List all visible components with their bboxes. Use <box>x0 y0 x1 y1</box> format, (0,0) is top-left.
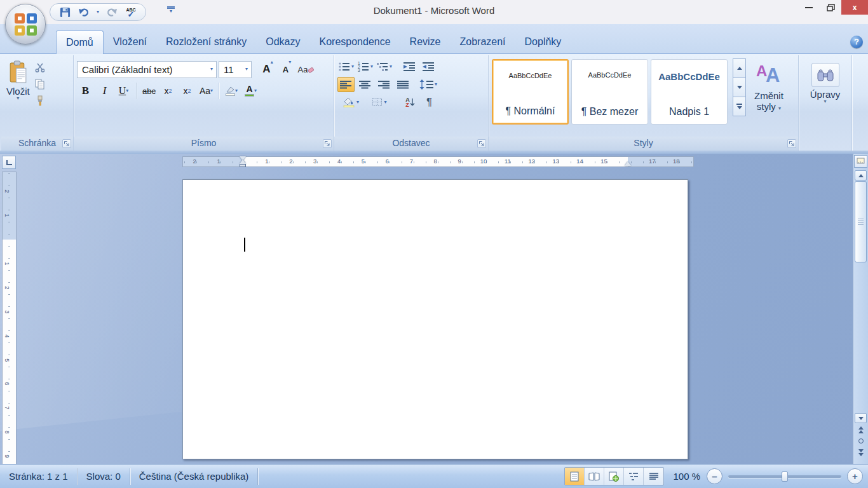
word-count-status[interactable]: Slova: 0 <box>78 468 130 485</box>
tab-revize[interactable]: Revize <box>400 30 451 54</box>
vertical-scrollbar[interactable] <box>853 154 868 464</box>
subscript-button[interactable]: x2 <box>159 82 177 100</box>
document-page[interactable] <box>182 179 688 459</box>
hanging-indent-marker[interactable] <box>240 159 246 164</box>
style-normalni[interactable]: AaBbCcDdEe¶ Normální <box>492 59 569 125</box>
shading-icon <box>342 97 356 107</box>
font-color-button[interactable]: A ▾ <box>242 82 259 100</box>
cut-button[interactable] <box>32 60 48 75</box>
styles-dialog-launcher[interactable] <box>787 139 796 148</box>
style-scroll-down-button[interactable] <box>733 78 746 97</box>
decrease-indent-icon <box>403 62 416 72</box>
style-gallery-more-button[interactable] <box>733 97 746 116</box>
tab-doplnky[interactable]: Doplňky <box>515 30 571 54</box>
minimize-button[interactable] <box>798 0 820 15</box>
save-button[interactable] <box>58 5 72 19</box>
scroll-down-button[interactable] <box>855 413 867 423</box>
font-name-combo[interactable]: Calibri (Základní text) ▾ <box>77 61 217 78</box>
line-spacing-button[interactable]: ▾ <box>419 77 437 92</box>
bullets-button[interactable]: ▾ <box>337 59 355 74</box>
font-size-combo[interactable]: 11 ▾ <box>219 61 252 78</box>
style-gallery: AaBbCcDdEe¶ NormálníAaBbCcDdEe¶ Bez meze… <box>492 59 728 125</box>
zoom-slider[interactable] <box>728 475 841 478</box>
paste-button[interactable]: Vložit ▾ <box>4 58 32 137</box>
full-screen-reading-view-button[interactable] <box>585 468 604 485</box>
clipboard-dialog-launcher[interactable] <box>62 139 71 148</box>
undo-button[interactable] <box>76 5 90 19</box>
sort-button[interactable]: AZ <box>402 95 419 110</box>
change-styles-button[interactable]: AA Změnit styly ▾ <box>752 59 785 113</box>
zoom-level[interactable]: 100 % <box>673 471 700 482</box>
change-case-button[interactable]: Aa ▾ <box>198 82 215 100</box>
style-bez-mezer[interactable]: AaBbCcDdEe¶ Bez mezer <box>571 59 648 125</box>
minus-icon: – <box>712 471 717 481</box>
right-indent-marker[interactable] <box>625 161 631 166</box>
ruler-number: 6 <box>386 158 389 165</box>
justify-icon <box>397 80 409 90</box>
previous-page-button[interactable] <box>855 424 867 435</box>
bold-button[interactable]: B <box>77 82 94 100</box>
strikethrough-button[interactable]: abc <box>140 82 158 100</box>
tab-stop-selector[interactable] <box>2 156 16 169</box>
show-hide-pilcrow-button[interactable]: ¶ <box>421 95 438 110</box>
copy-button[interactable] <box>32 77 48 92</box>
language-status[interactable]: Čeština (Česká republika) <box>130 468 259 485</box>
horizontal-ruler[interactable]: 211234567891011121314151718 <box>182 156 694 167</box>
paragraph-dialog-launcher[interactable] <box>477 139 486 148</box>
qat-customize-button[interactable]: ▾ <box>165 6 177 13</box>
text-highlight-button[interactable]: ▾ <box>223 82 240 100</box>
close-button[interactable]: x <box>841 0 868 15</box>
next-page-button[interactable] <box>855 447 867 458</box>
tab-vlozeni[interactable]: Vložení <box>104 30 156 54</box>
print-layout-view-button[interactable] <box>565 468 585 485</box>
format-painter-button[interactable] <box>32 93 48 108</box>
scroll-up-button[interactable] <box>855 170 867 180</box>
vertical-ruler[interactable]: 21123456789 <box>2 172 17 464</box>
multilevel-list-button[interactable]: ▾ <box>376 59 393 74</box>
outline-view-button[interactable] <box>624 468 644 485</box>
shading-button[interactable]: ▾ <box>337 95 364 110</box>
tab-rozlozeni-stranky[interactable]: Rozložení stránky <box>156 30 256 54</box>
style-scroll-up-button[interactable] <box>733 58 746 78</box>
restore-button[interactable] <box>820 0 841 15</box>
left-indent-marker[interactable] <box>240 164 246 167</box>
zoom-in-button[interactable]: + <box>847 468 863 484</box>
editing-menu-button[interactable]: Úpravy ▾ <box>807 60 844 137</box>
italic-button[interactable]: I <box>96 82 113 100</box>
align-left-button[interactable] <box>337 77 355 92</box>
scrollbar-thumb[interactable] <box>855 181 867 262</box>
tab-zobrazeni[interactable]: Zobrazení <box>450 30 515 54</box>
font-dialog-launcher[interactable] <box>323 139 332 148</box>
style-nadpis-1[interactable]: AaBbCcDdEeNadpis 1 <box>651 59 728 125</box>
zoom-slider-thumb[interactable] <box>782 471 788 482</box>
tab-korespondence[interactable]: Korespondence <box>309 30 400 54</box>
office-button[interactable] <box>5 4 46 44</box>
chevron-down-icon: ▾ <box>126 89 128 93</box>
dialog-launcher-icon <box>64 140 70 147</box>
select-browse-object-button[interactable] <box>855 436 867 446</box>
draft-view-button[interactable] <box>644 468 663 485</box>
page-number-status[interactable]: Stránka: 1 z 1 <box>0 468 78 485</box>
spelling-button[interactable]: ABC✓ <box>124 5 138 19</box>
zoom-out-button[interactable]: – <box>707 468 722 484</box>
justify-button[interactable] <box>395 77 412 92</box>
tab-domu[interactable]: Domů <box>56 30 104 54</box>
underline-button[interactable]: U ▾ <box>115 82 132 100</box>
tab-odkazy[interactable]: Odkazy <box>256 30 309 54</box>
clipboard-group-label: Schránka <box>1 137 73 151</box>
borders-button[interactable]: ▾ <box>366 95 393 110</box>
increase-indent-button[interactable] <box>419 59 437 74</box>
align-right-button[interactable] <box>376 77 393 92</box>
redo-button[interactable] <box>105 5 119 19</box>
ruler-toggle-button[interactable] <box>854 155 867 168</box>
web-layout-view-button[interactable] <box>604 468 624 485</box>
clear-formatting-button[interactable]: Aa <box>297 60 315 78</box>
grow-font-button[interactable]: A▴ <box>259 60 276 78</box>
align-center-button[interactable] <box>356 77 374 92</box>
undo-dropdown[interactable]: ▾ <box>95 5 101 19</box>
decrease-indent-button[interactable] <box>400 59 417 74</box>
numbering-button[interactable]: 123 ▾ <box>356 59 374 74</box>
shrink-font-button[interactable]: A▾ <box>278 60 295 78</box>
help-button[interactable]: ? <box>850 36 863 48</box>
superscript-button[interactable]: x2 <box>179 82 196 100</box>
